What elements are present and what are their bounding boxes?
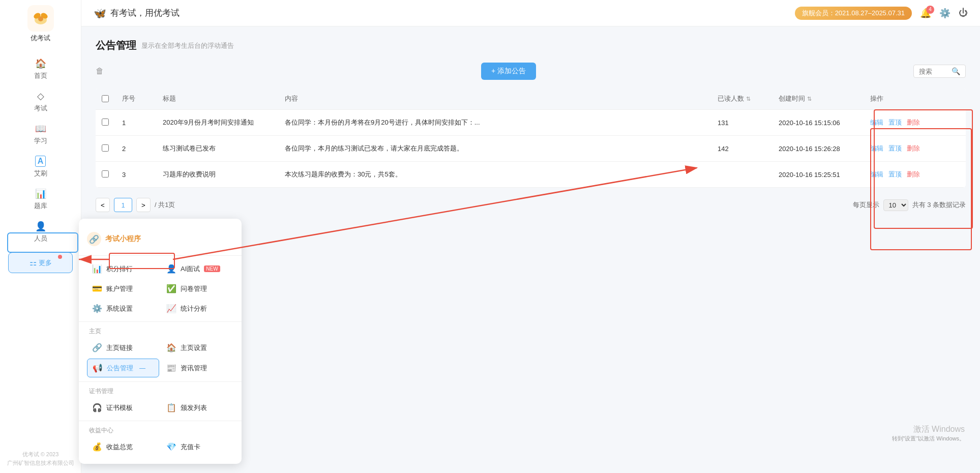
dropdown-item-cert-template[interactable]: 🎧 证书模板 bbox=[87, 399, 159, 417]
recharge-icon: 💎 bbox=[166, 442, 176, 452]
search-icon[interactable]: 🔍 bbox=[952, 67, 960, 75]
logo-icon bbox=[27, 5, 54, 32]
toolbar-left: 🗑 bbox=[96, 67, 104, 76]
total-records: 共有 3 条数据记录 bbox=[912, 200, 966, 210]
toolbar: 🗑 + 添加公告 🔍 bbox=[96, 63, 966, 80]
featured-label: 考试小程序 bbox=[105, 234, 141, 244]
sidebar-item-people-label: 人员 bbox=[34, 234, 47, 243]
ai-interview-icon: 👤 bbox=[166, 264, 176, 274]
next-page-btn[interactable]: > bbox=[136, 198, 151, 212]
dropdown-item-news-mgmt[interactable]: 📰 资讯管理 bbox=[161, 359, 233, 377]
col-created: 创建时间 ⇅ bbox=[773, 94, 864, 103]
data-table: 序号 标题 内容 已读人数 ⇅ 创建时间 ⇅ 操作 1 2020年9月份月考时间… bbox=[96, 88, 966, 188]
sidebar-item-more[interactable]: ⚏ 更多 bbox=[8, 252, 73, 273]
dropdown-item-question-mgmt[interactable]: ✅ 问卷管理 bbox=[161, 280, 233, 298]
per-page-select[interactable]: 10 20 50 bbox=[883, 199, 908, 211]
row3-delete-btn[interactable]: 删除 bbox=[907, 170, 920, 179]
dropdown-item-system-settings[interactable]: ⚙️ 系统设置 bbox=[87, 300, 159, 317]
sidebar-item-people[interactable]: 👤 人员 bbox=[0, 216, 81, 248]
dropdown-item-ai-interview[interactable]: 👤 AI面试 NEW bbox=[161, 260, 233, 278]
divider1 bbox=[79, 255, 242, 256]
settings-icon[interactable]: ⚙️ bbox=[939, 8, 951, 19]
bank-icon: 📊 bbox=[35, 188, 46, 199]
row1-delete-btn[interactable]: 删除 bbox=[907, 118, 920, 127]
per-page-wrap: 每页显示 10 20 50 共有 3 条数据记录 bbox=[853, 199, 966, 211]
sidebar-item-brush[interactable]: A 艾刷 bbox=[0, 151, 81, 183]
dropdown-item-notice-mgmt[interactable]: 📢 公告管理 — bbox=[87, 359, 159, 377]
row3-pin-btn[interactable]: 置顶 bbox=[888, 170, 902, 179]
question-mgmt-icon: ✅ bbox=[166, 284, 176, 293]
created-sort-icon: ⇅ bbox=[807, 96, 812, 102]
search-input[interactable] bbox=[919, 68, 949, 75]
homepage-section-title: 主页 bbox=[87, 327, 233, 336]
row1-checkbox[interactable] bbox=[102, 119, 109, 126]
table-row: 2 练习测试卷已发布 各位同学，本月的练习测试已发布，请大家在月底完成答题。 1… bbox=[96, 136, 966, 162]
news-mgmt-icon: 📰 bbox=[166, 363, 176, 373]
sidebar-item-exam-label: 考试 bbox=[34, 104, 47, 113]
more-icon: ⚏ bbox=[29, 258, 37, 268]
row3-edit-btn[interactable]: 编辑 bbox=[870, 170, 883, 179]
divider3 bbox=[79, 381, 242, 382]
cert-section-title: 证书管理 bbox=[87, 387, 233, 396]
dropdown-item-issue-list[interactable]: 📋 颁发列表 bbox=[161, 399, 233, 417]
income-items: 💰 收益总览 💎 充值卡 bbox=[87, 438, 233, 456]
row1-pin-btn[interactable]: 置顶 bbox=[888, 118, 902, 127]
col-content: 内容 bbox=[279, 94, 711, 103]
dropdown-featured[interactable]: 🔗 考试小程序 bbox=[79, 227, 242, 251]
delete-toolbar-icon[interactable]: 🗑 bbox=[96, 67, 104, 76]
dropdown-item-home-link[interactable]: 🔗 主页链接 bbox=[87, 339, 159, 357]
sidebar-item-exam[interactable]: ◇ 考试 bbox=[0, 85, 81, 118]
dropdown-item-score-rank[interactable]: 📊 积分排行 bbox=[87, 260, 159, 278]
prev-page-btn[interactable]: < bbox=[96, 198, 110, 212]
table-row: 1 2020年9月份月考时间安排通知 各位同学：本月份的月考将在9月20号进行，… bbox=[96, 110, 966, 136]
sidebar-nav: 🏠 首页 ◇ 考试 📖 学习 A 艾刷 📊 题库 👤 人员 ⚏ 更多 bbox=[0, 53, 81, 277]
dropdown-item-recharge[interactable]: 💎 充值卡 bbox=[161, 438, 233, 456]
row2-delete-btn[interactable]: 删除 bbox=[907, 144, 920, 153]
table-row: 3 习题库的收费说明 本次练习题库的收费为：30元，共5套。 2020-10-1… bbox=[96, 162, 966, 188]
row2-pin-btn[interactable]: 置顶 bbox=[888, 144, 902, 153]
sidebar-item-study[interactable]: 📖 学习 bbox=[0, 118, 81, 151]
home-link-label: 主页链接 bbox=[106, 343, 133, 352]
page-subtitle: 显示在全部考生后台的浮动通告 bbox=[141, 41, 234, 50]
issue-list-label: 颁发列表 bbox=[181, 403, 207, 412]
row2-edit-btn[interactable]: 编辑 bbox=[870, 144, 883, 153]
notification-icon[interactable]: 🔔 4 bbox=[920, 8, 931, 19]
row1-created: 2020-10-16 15:15:06 bbox=[773, 119, 864, 127]
notice-mgmt-label: 公告管理 bbox=[107, 364, 133, 373]
add-button[interactable]: + 添加公告 bbox=[481, 63, 536, 80]
arrow-indicator: — bbox=[139, 365, 145, 372]
sidebar-footer: 优考试 © 2023 广州矿智信息技术有限公司 bbox=[7, 445, 74, 473]
page-header: 公告管理 显示在全部考生后台的浮动通告 bbox=[96, 39, 966, 52]
income-overview-icon: 💰 bbox=[92, 442, 102, 452]
readers-sort-icon: ⇅ bbox=[746, 96, 751, 102]
sidebar-item-bank[interactable]: 📊 题库 bbox=[0, 183, 81, 216]
dropdown-item-statistics[interactable]: 📈 统计分析 bbox=[161, 300, 233, 317]
question-mgmt-label: 问卷管理 bbox=[181, 284, 207, 293]
dropdown-item-account-mgmt[interactable]: 💳 账户管理 bbox=[87, 280, 159, 298]
power-icon[interactable]: ⏻ bbox=[959, 8, 968, 18]
current-page: 1 bbox=[114, 198, 132, 212]
row2-checkbox[interactable] bbox=[102, 144, 109, 152]
row3-checkbox[interactable] bbox=[102, 170, 109, 178]
dropdown-item-income-overview[interactable]: 💰 收益总览 bbox=[87, 438, 159, 456]
issue-list-icon: 📋 bbox=[166, 403, 176, 412]
col-actions: 操作 bbox=[864, 94, 966, 103]
row1-edit-btn[interactable]: 编辑 bbox=[870, 118, 883, 127]
row2-title: 练习测试卷已发布 bbox=[157, 144, 279, 153]
news-mgmt-label: 资讯管理 bbox=[181, 364, 207, 373]
score-rank-label: 积分排行 bbox=[106, 264, 133, 274]
brush-icon: A bbox=[35, 156, 46, 167]
select-all-checkbox[interactable] bbox=[102, 95, 109, 102]
row3-content: 本次练习题库的收费为：30元，共5套。 bbox=[279, 170, 711, 179]
membership-badge: 旗舰会员：2021.08.27–2025.07.31 bbox=[795, 7, 912, 20]
home-link-icon: 🔗 bbox=[92, 343, 102, 352]
cert-template-icon: 🎧 bbox=[92, 403, 102, 412]
dropdown-item-home-settings[interactable]: 🏠 主页设置 bbox=[161, 339, 233, 357]
more-label: 更多 bbox=[39, 258, 52, 268]
homepage-items: 🔗 主页链接 🏠 主页设置 📢 公告管理 — 📰 资讯管理 bbox=[87, 339, 233, 377]
pagination: < 1 > / 共1页 每页显示 10 20 50 共有 3 条数据记录 bbox=[96, 188, 966, 222]
home-settings-label: 主页设置 bbox=[181, 343, 207, 352]
row2-created: 2020-10-16 15:26:28 bbox=[773, 145, 864, 153]
page-title: 公告管理 bbox=[96, 39, 136, 52]
sidebar-item-home[interactable]: 🏠 首页 bbox=[0, 53, 81, 85]
